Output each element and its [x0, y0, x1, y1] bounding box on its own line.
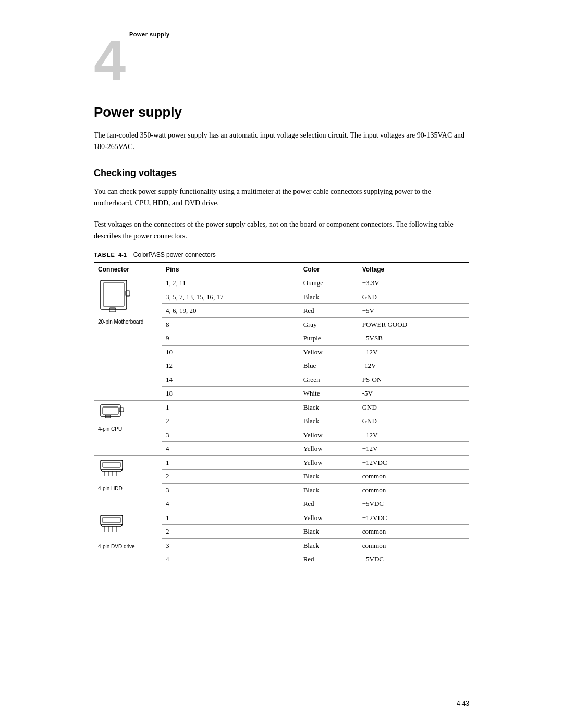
connector-diagram-motherboard: 20-pin Motherboard	[98, 278, 157, 326]
table-row: 20-pin Motherboard 1, 2, 11 Orange +3.3V	[94, 276, 469, 290]
table-cell-color: Black	[299, 525, 358, 539]
svg-rect-6	[119, 408, 124, 412]
table-row: 4-pin HDD 1 Yellow +12VDC	[94, 455, 469, 470]
table-cell-pins: 12	[162, 359, 299, 373]
connector-cell-dvd: 4-pin DVD drive	[94, 511, 162, 566]
table-cell-pins: 1	[162, 511, 299, 525]
table-cell-pins: 4	[162, 497, 299, 511]
hdd-conn-label: 4-pin HDD	[98, 485, 123, 492]
page-number: 4-43	[457, 700, 469, 707]
table-cell-color: Black	[299, 400, 358, 414]
table-cell-pins: 4	[162, 552, 299, 566]
table-cell-color: Orange	[299, 276, 358, 290]
table-cell-pins: 3	[162, 538, 299, 552]
table-cell-voltage: common	[358, 483, 469, 497]
svg-rect-8	[101, 460, 123, 470]
table-cell-color: White	[299, 387, 358, 401]
table-cell-color: Green	[299, 373, 358, 387]
page: Power supply 4 Power supply The fan-cool…	[0, 0, 563, 728]
table-cell-pins: 14	[162, 373, 299, 387]
svg-rect-9	[103, 462, 120, 467]
connectors-table: Connector Pins Color Voltage	[94, 262, 469, 566]
svg-rect-18	[103, 517, 120, 523]
table-cell-pins: 3	[162, 428, 299, 442]
svg-rect-17	[101, 515, 123, 525]
table-cell-voltage: GND	[358, 414, 469, 428]
table-cell-pins: 3, 5, 7, 13, 15, 16, 17	[162, 290, 299, 304]
table-cell-voltage: PS-ON	[358, 373, 469, 387]
table-cell-color: Black	[299, 290, 358, 304]
table-cell-voltage: +12VDC	[358, 455, 469, 470]
table-cell-voltage: -12V	[358, 359, 469, 373]
table-cell-color: Yellow	[299, 428, 358, 442]
table-cell-voltage: common	[358, 525, 469, 539]
table-cell-pins: 4	[162, 442, 299, 456]
table-cell-color: Black	[299, 538, 358, 552]
table-cell-pins: 10	[162, 345, 299, 359]
table-cell-color: Black	[299, 414, 358, 428]
svg-rect-1	[103, 283, 124, 306]
table-cell-color: Black	[299, 470, 358, 484]
table-cell-pins: 2	[162, 470, 299, 484]
table-cell-voltage: +12V	[358, 345, 469, 359]
motherboard-conn-label: 20-pin Motherboard	[98, 318, 143, 326]
table-cell-voltage: +12V	[358, 428, 469, 442]
intro-text: The fan-cooled 350-watt power supply has…	[94, 130, 469, 153]
col-header-pins: Pins	[162, 263, 299, 276]
cpu-connector-svg	[98, 402, 127, 424]
connector-diagram-dvd: 4-pin DVD drive	[98, 513, 157, 550]
table-cell-voltage: GND	[358, 400, 469, 414]
table-row: 4-pin CPU 1 Black GND	[94, 400, 469, 414]
table-cell-color: Purple	[299, 331, 358, 346]
col-header-connector: Connector	[94, 263, 162, 276]
col-header-color: Color	[299, 263, 358, 276]
table-row: 4-pin DVD drive 1 Yellow +12VDC	[94, 511, 469, 525]
table-cell-pins: 18	[162, 387, 299, 401]
chapter-number: 4	[94, 31, 469, 89]
table-cell-voltage: +12V	[358, 442, 469, 456]
chapter-label: Power supply	[129, 31, 170, 38]
table-cell-color: Yellow	[299, 455, 358, 470]
table-caption: Table 4-1 ColorPASS power connectors	[94, 251, 469, 259]
table-cell-voltage: +3.3V	[358, 276, 469, 290]
svg-rect-2	[126, 291, 130, 296]
table-cell-color: Gray	[299, 317, 358, 331]
table-cell-pins: 1	[162, 455, 299, 470]
section-title: Checking voltages	[94, 168, 469, 179]
table-cell-color: Yellow	[299, 442, 358, 456]
table-cell-color: Blue	[299, 359, 358, 373]
table-header-row: Connector Pins Color Voltage	[94, 263, 469, 276]
table-cell-pins: 1	[162, 400, 299, 414]
connector-diagram-cpu: 4-pin CPU	[98, 402, 157, 433]
table-cell-color: Red	[299, 552, 358, 566]
table-num: 4-1	[117, 252, 127, 258]
table-cell-voltage: common	[358, 470, 469, 484]
table-cell-color: Yellow	[299, 511, 358, 525]
table-cell-pins: 8	[162, 317, 299, 331]
table-cell-voltage: -5V	[358, 387, 469, 401]
svg-rect-4	[101, 405, 120, 416]
chapter-header: Power supply 4	[94, 31, 469, 89]
body-text-2: Test voltages on the connectors of the p…	[94, 219, 469, 242]
table-cell-voltage: common	[358, 538, 469, 552]
svg-rect-5	[103, 407, 118, 414]
dvd-conn-label: 4-pin DVD drive	[98, 542, 135, 550]
cpu-conn-label: 4-pin CPU	[98, 425, 122, 433]
table-cell-pins: 1, 2, 11	[162, 276, 299, 290]
body-text-1: You can check power supply functionality…	[94, 186, 469, 209]
connector-diagram-hdd: 4-pin HDD	[98, 458, 157, 492]
table-cell-pins: 9	[162, 331, 299, 346]
table-cell-color: Red	[299, 497, 358, 511]
connector-cell-motherboard: 20-pin Motherboard	[94, 276, 162, 401]
table-cell-voltage: +5VDC	[358, 497, 469, 511]
dvd-connector-svg	[98, 513, 128, 541]
table-cell-color: Black	[299, 483, 358, 497]
table-cell-voltage: POWER GOOD	[358, 317, 469, 331]
table-cell-voltage: +5VDC	[358, 552, 469, 566]
table-cell-pins: 3	[162, 483, 299, 497]
table-cell-color: Red	[299, 304, 358, 318]
table-cell-pins: 4, 6, 19, 20	[162, 304, 299, 318]
col-header-voltage: Voltage	[358, 263, 469, 276]
svg-rect-3	[109, 308, 116, 312]
table-cell-color: Yellow	[299, 345, 358, 359]
